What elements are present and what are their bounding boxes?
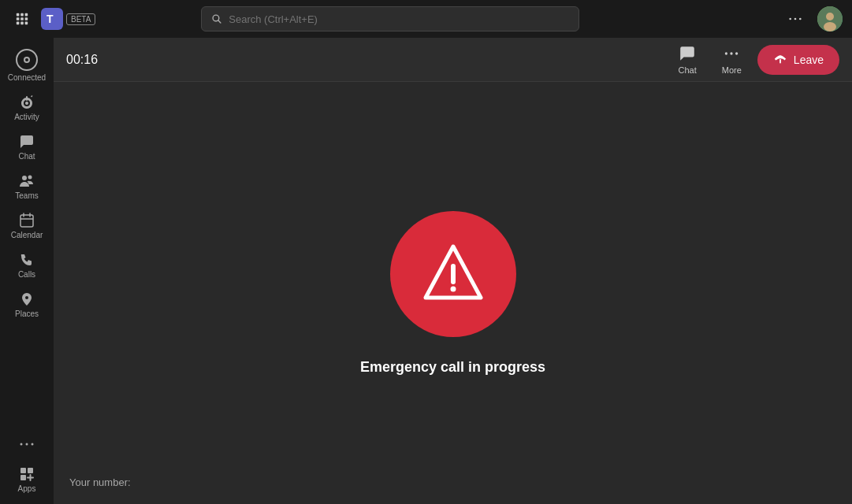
search-bar[interactable]: [201, 6, 579, 32]
avatar-initials: [817, 6, 843, 32]
top-bar: T BETA: [0, 0, 852, 38]
svg-rect-2: [25, 13, 28, 17]
svg-rect-8: [25, 22, 28, 25]
svg-rect-29: [20, 468, 26, 473]
leave-label: Leave: [794, 54, 824, 66]
svg-point-34: [735, 52, 738, 54]
call-timer: 00:16: [66, 53, 98, 67]
grid-icon[interactable]: [9, 6, 35, 32]
teams-icon: [19, 173, 35, 189]
sidebar-item-teams[interactable]: Teams: [3, 169, 50, 205]
sidebar: Connected Activity Chat: [0, 38, 54, 504]
svg-point-14: [799, 18, 802, 20]
warning-triangle-icon: [418, 239, 489, 309]
beta-badge: BETA: [66, 13, 95, 25]
sidebar-item-connected[interactable]: Connected: [3, 44, 50, 87]
svg-rect-6: [17, 22, 20, 25]
svg-rect-5: [25, 17, 28, 20]
sidebar-item-calendar[interactable]: Calendar: [3, 208, 50, 244]
apps-label: Apps: [18, 484, 36, 493]
svg-point-20: [22, 176, 27, 180]
calendar-label: Calendar: [11, 231, 43, 239]
content-area: 00:16 Chat More: [54, 38, 852, 504]
more-options-button[interactable]: [783, 6, 808, 32]
svg-point-19: [26, 102, 28, 105]
sidebar-item-chat[interactable]: Chat: [3, 129, 50, 165]
connected-indicator: [16, 49, 38, 71]
svg-rect-0: [17, 13, 20, 17]
svg-point-12: [789, 18, 791, 20]
svg-rect-30: [28, 468, 33, 473]
teams-logo: T BETA: [41, 8, 95, 30]
emergency-text: Emergency call in progress: [360, 359, 545, 376]
teams-logo-icon: T: [41, 8, 63, 30]
ellipsis-icon: [19, 436, 35, 452]
sidebar-item-activity[interactable]: Activity: [3, 90, 50, 126]
svg-rect-22: [20, 215, 33, 227]
svg-point-38: [450, 286, 456, 291]
more-button[interactable]: More: [712, 40, 751, 80]
svg-line-11: [218, 20, 221, 23]
leave-icon: [773, 53, 787, 67]
calendar-icon: [19, 213, 35, 228]
svg-rect-3: [17, 17, 20, 20]
call-header: 00:16 Chat More: [54, 38, 852, 82]
sidebar-item-calls[interactable]: Calls: [3, 247, 50, 284]
search-input[interactable]: [229, 13, 569, 25]
emergency-circle: [390, 211, 516, 337]
places-label: Places: [15, 309, 39, 318]
calls-icon: [19, 252, 35, 268]
svg-point-16: [826, 13, 834, 20]
svg-text:T: T: [47, 13, 54, 25]
svg-point-17: [824, 22, 836, 32]
svg-point-27: [26, 443, 28, 446]
chat-button[interactable]: Chat: [669, 40, 706, 80]
more-action-label: More: [722, 65, 742, 75]
svg-rect-4: [20, 17, 24, 20]
top-bar-right: [783, 6, 843, 32]
your-number-label: Your number:: [69, 476, 131, 488]
places-icon: [19, 291, 35, 307]
connected-dot-inner: [24, 57, 30, 63]
connected-label: Connected: [8, 73, 46, 82]
sidebar-more-button[interactable]: [3, 430, 50, 458]
activity-icon: [19, 94, 35, 110]
svg-point-32: [725, 52, 727, 54]
search-icon: [211, 13, 222, 24]
chat-icon: [19, 134, 35, 150]
svg-point-28: [32, 443, 34, 446]
chat-label: Chat: [18, 152, 35, 161]
svg-point-26: [20, 443, 23, 446]
more-icon: [723, 45, 740, 62]
svg-point-33: [731, 52, 733, 54]
apps-icon: [19, 466, 35, 482]
svg-point-13: [794, 18, 797, 20]
leave-button[interactable]: Leave: [757, 45, 839, 75]
svg-rect-31: [20, 475, 26, 480]
svg-rect-35: [779, 59, 781, 63]
svg-rect-1: [20, 13, 24, 17]
sidebar-item-places[interactable]: Places: [3, 287, 50, 323]
chat-action-icon: [679, 45, 696, 62]
avatar[interactable]: [817, 6, 843, 32]
chat-action-label: Chat: [679, 65, 697, 75]
main-layout: Connected Activity Chat: [0, 38, 852, 504]
top-bar-left: T BETA: [9, 6, 95, 32]
call-header-actions: Chat More Leave: [669, 40, 839, 80]
svg-point-21: [28, 176, 32, 180]
svg-rect-7: [20, 22, 24, 25]
calls-label: Calls: [18, 270, 35, 279]
teams-label: Teams: [15, 191, 38, 200]
svg-rect-18: [26, 97, 28, 101]
sidebar-item-apps[interactable]: Apps: [3, 461, 50, 498]
call-body: Emergency call in progress Your number:: [54, 82, 852, 504]
activity-label: Activity: [14, 113, 39, 121]
